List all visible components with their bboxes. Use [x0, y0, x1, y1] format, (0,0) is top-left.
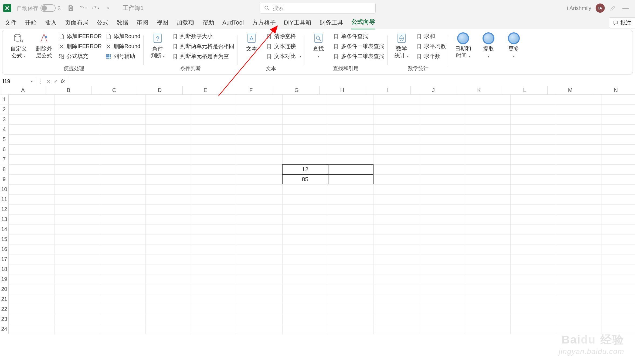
col-header-G[interactable]: G	[274, 86, 320, 94]
ribbon-button-查找[interactable]: 查找▾	[308, 32, 329, 59]
ribbon-button-判断单元格是否为空[interactable]: 判断单元格是否为空	[172, 53, 234, 60]
formula-more-icon[interactable]: ⋮	[38, 79, 43, 84]
ribbon-button-文本对比[interactable]: 文本对比▾	[266, 53, 301, 60]
row-header-6[interactable]: 6	[0, 144, 9, 154]
ribbon-group-数学统计: 数学统计 ▾求和求平均数求个数数学统计	[388, 32, 449, 73]
tab-公式[interactable]: 公式	[97, 17, 108, 28]
redo-icon[interactable]: ▾	[92, 4, 99, 12]
ribbon-button-条件判断[interactable]: ?条件判断 ▾	[147, 32, 168, 59]
row-header-10[interactable]: 10	[0, 184, 9, 194]
row-header-17[interactable]: 17	[0, 254, 9, 264]
row-header-1[interactable]: 1	[0, 94, 9, 104]
tab-加载项[interactable]: 加载项	[176, 17, 194, 28]
row-header-11[interactable]: 11	[0, 194, 9, 204]
undo-icon[interactable]: ▾	[79, 4, 87, 12]
col-header-M[interactable]: M	[548, 86, 593, 94]
fx-icon[interactable]: fx	[61, 79, 65, 84]
formula-accept-icon[interactable]: ✓	[54, 79, 58, 84]
col-header-I[interactable]: I	[365, 86, 411, 94]
col-header-C[interactable]: C	[91, 86, 137, 94]
avatar[interactable]: IA	[596, 4, 605, 13]
draw-mode-icon[interactable]	[609, 4, 617, 12]
tab-审阅[interactable]: 审阅	[137, 17, 148, 28]
ribbon-button-求和[interactable]: 求和	[416, 33, 446, 40]
row-header-4[interactable]: 4	[0, 124, 9, 134]
ribbon-button-判断两单元格是否相同[interactable]: 判断两单元格是否相同	[172, 43, 234, 50]
save-icon[interactable]	[67, 4, 74, 12]
row-header-13[interactable]: 13	[0, 214, 9, 224]
ribbon-button-添加Round[interactable]: 添加Round	[106, 33, 140, 40]
row-header-16[interactable]: 16	[0, 244, 9, 254]
row-header-23[interactable]: 23	[0, 314, 9, 324]
row-header-19[interactable]: 19	[0, 274, 9, 284]
ribbon-button-删除外层公式[interactable]: ◆删除外层公式	[33, 32, 55, 59]
tab-方方格子[interactable]: 方方格子	[252, 17, 276, 28]
ribbon-button-日期和时间[interactable]: 日期和时间 ▾	[452, 32, 474, 59]
name-box[interactable]: I19 ▾	[0, 76, 35, 87]
row-header-2[interactable]: 2	[0, 104, 9, 114]
row-header-22[interactable]: 22	[0, 304, 9, 314]
row-header-5[interactable]: 5	[0, 134, 9, 144]
tab-插入[interactable]: 插入	[45, 17, 57, 28]
tab-财务工具[interactable]: 财务工具	[320, 17, 343, 28]
ribbon-button-文本连接[interactable]: 文本连接	[266, 43, 301, 50]
ribbon-button-删除IFERROR[interactable]: 删除IFERROR	[59, 43, 102, 50]
col-header-H[interactable]: H	[320, 86, 365, 94]
tab-页面布局[interactable]: 页面布局	[65, 17, 89, 28]
tab-帮助[interactable]: 帮助	[202, 17, 214, 28]
ribbon-button-自定义公式[interactable]: fx自定义公式 ▾	[8, 32, 29, 59]
tab-数据[interactable]: 数据	[117, 17, 128, 28]
tab-DIY工具箱[interactable]: DIY工具箱	[284, 17, 312, 28]
tab-AudTool[interactable]: AudTool	[222, 18, 244, 28]
comments-button[interactable]: 批注	[609, 17, 635, 28]
col-header-L[interactable]: L	[502, 86, 548, 94]
col-header-A[interactable]: A	[0, 86, 46, 94]
col-header-B[interactable]: B	[46, 86, 91, 94]
tab-文件[interactable]: 文件	[5, 17, 17, 28]
ribbon-button-多条件二维表查找[interactable]: 多条件二维表查找	[333, 53, 384, 60]
ribbon-group-misc: 日期和时间 ▾提取▾更多▾	[449, 32, 528, 73]
row-header-3[interactable]: 3	[0, 114, 9, 124]
autosave-toggle[interactable]: 自动保存 关	[17, 4, 62, 12]
ribbon-button-列号辅助[interactable]: 列号辅助	[106, 53, 140, 60]
ribbon-button-添加IFERROR[interactable]: 添加IFERROR	[59, 33, 102, 40]
row-header-9[interactable]: 9	[0, 174, 9, 184]
ribbon-button-清除空格[interactable]: 清除空格	[266, 33, 301, 40]
qa-customize-icon[interactable]: ▾	[104, 4, 112, 12]
col-header-F[interactable]: F	[228, 86, 274, 94]
row-header-12[interactable]: 12	[0, 204, 9, 214]
row-header-18[interactable]: 18	[0, 264, 9, 274]
row-header-8[interactable]: 8	[0, 164, 9, 174]
minimize-button[interactable]: —	[622, 4, 630, 12]
ribbon-button-文本[interactable]: A文本▾	[241, 32, 262, 59]
row-header-21[interactable]: 21	[0, 294, 9, 304]
ribbon-button-更多[interactable]: 更多▾	[503, 32, 525, 59]
tab-视图[interactable]: 视图	[157, 17, 168, 28]
ribbon-button-提取[interactable]: 提取▾	[478, 32, 499, 59]
ribbon-button-求个数[interactable]: 求个数	[416, 53, 446, 60]
col-header-K[interactable]: K	[456, 86, 502, 94]
formula-cancel-icon[interactable]: ✕	[46, 79, 50, 84]
tab-公式向导[interactable]: 公式向导	[351, 16, 375, 29]
ribbon-button-单条件查找[interactable]: 单条件查找	[333, 33, 384, 40]
ribbon-button-删除Round[interactable]: 删除Round	[106, 43, 140, 50]
ribbon-button-求平均数[interactable]: 求平均数	[416, 43, 446, 50]
col-header-D[interactable]: D	[137, 86, 183, 94]
ribbon-button-多条件一维表查找[interactable]: 多条件一维表查找	[333, 43, 384, 50]
cells-area[interactable]: 1285	[9, 94, 635, 334]
row-header-14[interactable]: 14	[0, 224, 9, 234]
row-header-7[interactable]: 7	[0, 154, 9, 164]
col-header-N[interactable]: N	[593, 86, 635, 94]
tab-开始[interactable]: 开始	[25, 17, 37, 28]
ribbon-button-数学统计[interactable]: 数学统计 ▾	[391, 32, 412, 59]
row-header-20[interactable]: 20	[0, 284, 9, 294]
ribbon-button-公式填充[interactable]: 公式填充	[59, 53, 102, 60]
row-header-15[interactable]: 15	[0, 234, 9, 244]
toggle-switch[interactable]	[40, 4, 56, 12]
row-header-24[interactable]: 24	[0, 324, 9, 334]
col-header-E[interactable]: E	[183, 86, 228, 94]
search-box[interactable]: 搜索	[260, 3, 376, 13]
col-header-J[interactable]: J	[411, 86, 456, 94]
formula-input[interactable]	[68, 76, 635, 87]
ribbon-button-判断数字大小[interactable]: 判断数字大小	[172, 33, 234, 40]
